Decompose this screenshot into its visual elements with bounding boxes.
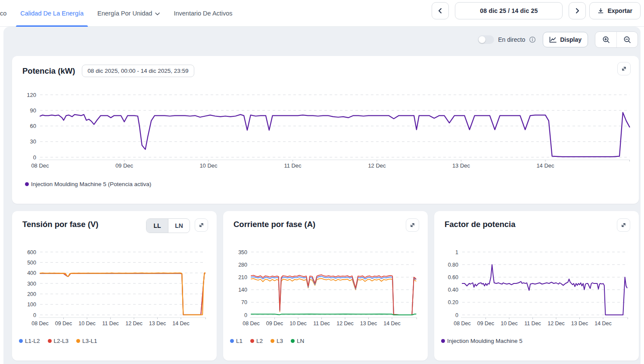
svg-text:30: 30 (30, 138, 36, 145)
legend-label: L2-L3 (54, 338, 69, 344)
zoom-in-icon (602, 36, 610, 44)
current-title-text: Corriente por fase (A) (233, 220, 315, 229)
legend-item[interactable]: Injection Moulding Machine 5 (Potencia a… (25, 181, 151, 187)
voltage-chart-svg: 600500400300200100008 Dec09 Dec10 Dec11 … (16, 246, 212, 329)
info-icon[interactable] (529, 36, 536, 43)
chevron-left-icon (437, 7, 444, 14)
top-header: coCalidad De La EnergíaEnergía Por Unida… (0, 0, 644, 27)
expand-icon (620, 222, 627, 228)
svg-text:0: 0 (33, 312, 36, 318)
tab-bar: coCalidad De La EnergíaEnergía Por Unida… (0, 0, 240, 27)
svg-text:09 Dec: 09 Dec (115, 162, 134, 169)
svg-text:0: 0 (455, 312, 458, 318)
legend-item[interactable]: L2 (250, 338, 263, 344)
legend-label: L2 (256, 338, 263, 344)
svg-text:08 Dec: 08 Dec (31, 320, 49, 327)
svg-text:13 Dec: 13 Dec (149, 320, 166, 327)
tab-calidad-de-la-energía[interactable]: Calidad De La Energía (13, 0, 90, 27)
power-chart-svg: 120906030008 Dec09 Dec10 Dec11 Dec12 Dec… (19, 87, 632, 173)
power-expand-button[interactable] (617, 62, 631, 75)
legend-item[interactable]: LN (291, 338, 304, 344)
legend-label: Injection Moulding Machine 5 (Potencia a… (31, 181, 151, 187)
prev-period-button[interactable] (432, 2, 449, 19)
date-range-button[interactable]: 08 dic 25 / 14 dic 25 (455, 2, 563, 19)
tab-inventario-de-activos[interactable]: Inventario De Activos (167, 0, 239, 27)
display-label: Display (560, 36, 582, 43)
power-factor-legend: Injection Moulding Machine 5 (441, 338, 523, 344)
svg-text:0: 0 (244, 312, 247, 318)
legend-dot-icon (25, 182, 29, 186)
power-legend: Injection Moulding Machine 5 (Potencia a… (25, 181, 151, 187)
legend-dot-icon (230, 339, 234, 343)
svg-text:13 Dec: 13 Dec (452, 162, 470, 169)
svg-text:08 Dec: 08 Dec (31, 162, 49, 169)
zoom-out-button[interactable] (616, 32, 638, 47)
legend-item[interactable]: L1 (230, 338, 243, 344)
svg-text:70: 70 (241, 299, 247, 305)
voltage-expand-button[interactable] (195, 218, 208, 232)
svg-text:14 Dec: 14 Dec (594, 320, 612, 327)
zoom-in-button[interactable] (595, 32, 616, 47)
svg-text:10 Dec: 10 Dec (199, 162, 218, 169)
current-expand-button[interactable] (406, 218, 419, 232)
tab-label: Energía Por Unidad (97, 10, 152, 17)
content-panel: En directo Display Potencia (kW) 08 dic … (3, 27, 641, 364)
power-factor-title-text: Factor de potencia (445, 220, 515, 229)
phase-toggle: LLLN (146, 218, 190, 233)
svg-text:1: 1 (455, 249, 458, 255)
current-chart: 35028021014070008 Dec09 Dec10 Dec11 Dec1… (227, 246, 423, 331)
live-toggle[interactable] (478, 35, 494, 44)
header-actions: 08 dic 25 / 14 dic 25 Exportar (432, 2, 641, 19)
svg-text:10 Dec: 10 Dec (289, 320, 307, 327)
svg-text:14 Dec: 14 Dec (536, 162, 554, 169)
download-icon (597, 8, 604, 14)
svg-text:12 Dec: 12 Dec (548, 320, 565, 327)
power-card-title: Potencia (kW) 08 dic 2025, 00:00 - 14 di… (22, 65, 194, 77)
svg-text:12 Dec: 12 Dec (125, 320, 143, 327)
svg-text:400: 400 (27, 270, 36, 276)
svg-text:11 Dec: 11 Dec (313, 320, 330, 327)
tab-co[interactable]: co (0, 0, 13, 27)
current-chart-svg: 35028021014070008 Dec09 Dec10 Dec11 Dec1… (227, 246, 423, 329)
legend-item[interactable]: L2-L3 (48, 338, 69, 344)
svg-text:100: 100 (27, 302, 36, 308)
power-chart: 120906030008 Dec09 Dec10 Dec11 Dec12 Dec… (19, 87, 632, 175)
svg-text:120: 120 (27, 92, 36, 98)
legend-label: L3 (277, 338, 283, 344)
current-legend: L1L2L3LN (230, 338, 304, 344)
svg-text:0.20: 0.20 (448, 299, 458, 305)
power-factor-card-title: Factor de potencia (445, 220, 515, 229)
export-button[interactable]: Exportar (589, 2, 641, 19)
phase-toggle-ll[interactable]: LL (146, 219, 168, 233)
legend-item[interactable]: Injection Moulding Machine 5 (441, 338, 523, 344)
svg-text:11 Dec: 11 Dec (284, 162, 302, 169)
power-range-badge: 08 dic 2025, 00:00 - 14 dic 2025, 23:59 (82, 65, 194, 77)
phase-toggle-ln[interactable]: LN (168, 219, 190, 233)
next-period-button[interactable] (569, 2, 586, 19)
voltage-title-text: Tensión por fase (V) (22, 220, 98, 229)
legend-item[interactable]: L3 (271, 338, 283, 344)
svg-text:350: 350 (238, 249, 247, 255)
legend-label: L1-L2 (25, 338, 40, 344)
legend-label: L1 (236, 338, 243, 344)
expand-icon (198, 222, 205, 228)
svg-text:300: 300 (27, 281, 36, 287)
svg-text:10 Dec: 10 Dec (501, 320, 518, 327)
svg-text:500: 500 (27, 260, 36, 266)
legend-label: LN (297, 338, 304, 344)
tab-label: Inventario De Activos (174, 10, 232, 17)
chart-line-icon (549, 37, 557, 43)
legend-item[interactable]: L1-L2 (19, 338, 40, 344)
expand-icon (409, 222, 416, 228)
tab-label: Calidad De La Energía (20, 10, 84, 17)
legend-dot-icon (250, 339, 254, 343)
svg-text:0: 0 (33, 154, 36, 161)
legend-item[interactable]: L3-L1 (76, 338, 97, 344)
power-factor-expand-button[interactable] (617, 218, 630, 232)
tab-energía-por-unidad[interactable]: Energía Por Unidad (90, 0, 167, 27)
svg-text:140: 140 (238, 287, 247, 293)
power-factor-card: Factor de potencia 10.800.600.400.20008 … (434, 211, 639, 361)
svg-text:600: 600 (27, 249, 36, 255)
svg-text:09 Dec: 09 Dec (477, 320, 495, 327)
display-button[interactable]: Display (543, 32, 588, 47)
